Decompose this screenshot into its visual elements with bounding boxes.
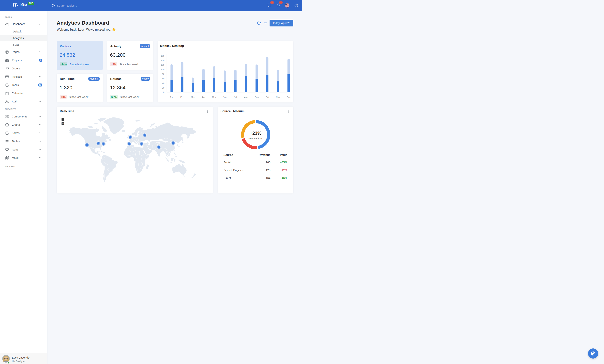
svg-text:May: May — [212, 96, 216, 98]
svg-text:80: 80 — [162, 73, 164, 75]
svg-text:Sep: Sep — [255, 96, 258, 98]
svg-text:Mar: Mar — [191, 96, 195, 98]
svg-text:Jun: Jun — [223, 96, 226, 98]
svg-text:Feb: Feb — [180, 96, 184, 98]
svg-text:Dec: Dec — [287, 96, 290, 98]
svg-text:Apr: Apr — [202, 96, 205, 98]
svg-text:100: 100 — [161, 68, 164, 71]
svg-text:160: 160 — [161, 55, 164, 57]
svg-text:Jan: Jan — [170, 96, 173, 98]
svg-text:20: 20 — [162, 87, 164, 89]
svg-text:120: 120 — [161, 64, 164, 66]
svg-text:140: 140 — [161, 59, 164, 62]
svg-text:Nov: Nov — [276, 96, 280, 98]
svg-text:Oct: Oct — [266, 96, 269, 98]
svg-text:Aug: Aug — [244, 96, 248, 98]
svg-text:0: 0 — [163, 91, 164, 93]
svg-text:40: 40 — [162, 82, 164, 84]
svg-text:60: 60 — [162, 77, 164, 80]
svg-text:Jul: Jul — [234, 96, 237, 98]
